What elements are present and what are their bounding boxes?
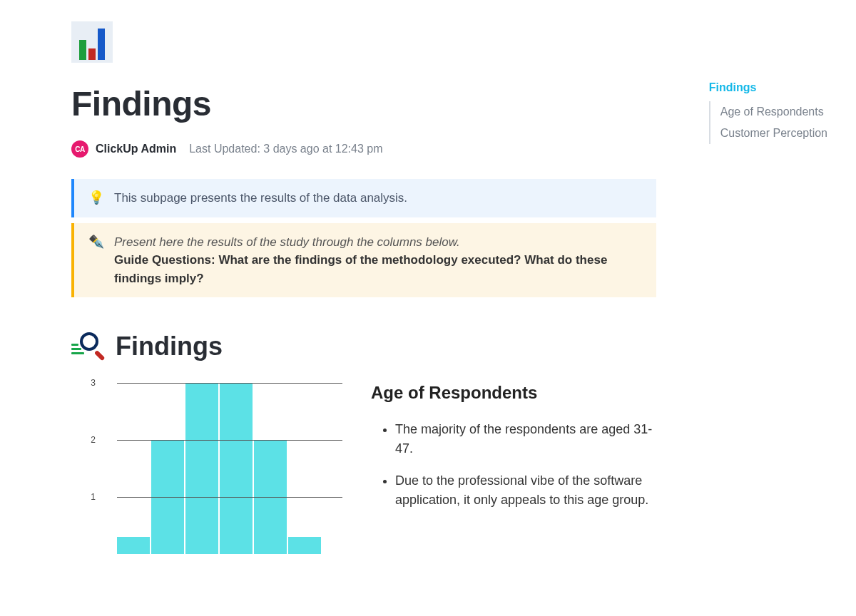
- page-chart-icon: [71, 21, 113, 63]
- y-tick-label: 1: [91, 492, 96, 502]
- section-header: Findings: [71, 332, 656, 361]
- callout-guide: ✒️ Present here the results of the study…: [71, 223, 656, 298]
- subsection-heading: Age of Respondents: [371, 383, 656, 403]
- chart-gridline: [117, 440, 342, 441]
- pen-icon: ✒️: [88, 233, 104, 251]
- findings-text-column: Age of Respondents The majority of the r…: [371, 383, 656, 523]
- chart-bar: [185, 383, 218, 554]
- chart-gridline: [117, 497, 342, 498]
- toc-item[interactable]: Customer Perception: [720, 123, 827, 144]
- lightbulb-icon: 💡: [88, 189, 104, 207]
- y-tick-label: 2: [91, 435, 96, 445]
- toc-item[interactable]: Age of Respondents: [720, 101, 827, 123]
- y-tick-label: 3: [91, 378, 96, 388]
- icon-bar-blue: [98, 29, 105, 60]
- magnifier-icon: [71, 332, 107, 361]
- callout-guide-intro: Present here the results of the study th…: [114, 233, 642, 252]
- two-column-row: 123 Age of Respondents The majority of t…: [71, 383, 656, 554]
- last-updated-value: 3 days ago at 12:43 pm: [263, 143, 382, 155]
- chart-bar: [288, 537, 321, 554]
- chart-bar: [117, 537, 150, 554]
- table-of-contents: Findings Age of RespondentsCustomer Perc…: [709, 81, 827, 144]
- findings-bullet-list: The majority of the respondents are aged…: [371, 420, 656, 510]
- meta-row: CA ClickUp Admin Last Updated: 3 days ag…: [71, 140, 656, 158]
- chart-bar: [220, 383, 253, 554]
- toc-items: Age of RespondentsCustomer Perception: [709, 101, 827, 144]
- last-updated-label: Last Updated:: [189, 143, 260, 155]
- icon-bar-green: [79, 40, 86, 60]
- chart-age-respondents: 123: [71, 383, 342, 554]
- author-name: ClickUp Admin: [96, 143, 176, 155]
- section-heading: Findings: [116, 332, 223, 361]
- page-title: Findings: [71, 84, 656, 123]
- callout-info: 💡 This subpage presents the results of t…: [71, 179, 656, 217]
- callout-guide-questions: Guide Questions: What are the findings o…: [114, 253, 607, 285]
- icon-bar-red: [88, 48, 96, 60]
- findings-bullet: The majority of the respondents are aged…: [395, 420, 656, 458]
- chart-gridline: [117, 383, 342, 384]
- main-content: Findings CA ClickUp Admin Last Updated: …: [0, 0, 656, 554]
- last-updated: Last Updated: 3 days ago at 12:43 pm: [189, 143, 382, 155]
- findings-bullet: Due to the professional vibe of the soft…: [395, 471, 656, 510]
- toc-heading[interactable]: Findings: [709, 81, 827, 94]
- author-avatar[interactable]: CA: [71, 140, 88, 158]
- callout-info-text: This subpage presents the results of the…: [114, 189, 407, 207]
- callout-guide-body: Present here the results of the study th…: [114, 233, 642, 288]
